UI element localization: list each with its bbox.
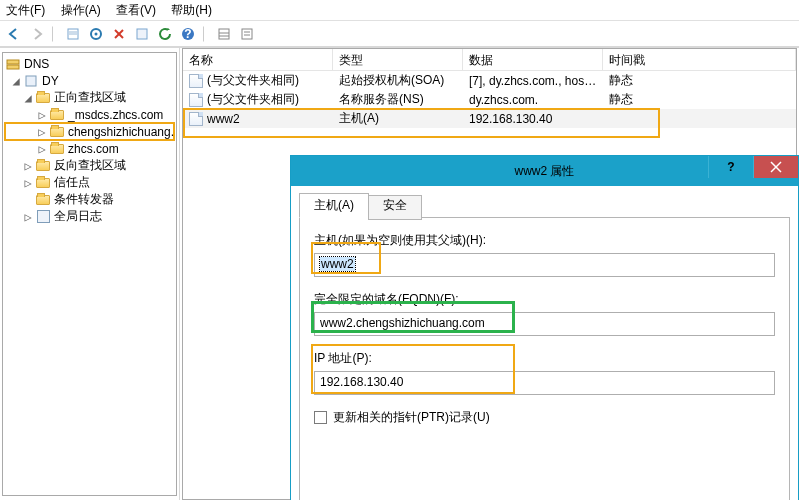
toolbar-sep2 [203,26,209,42]
highlight-marker [311,242,381,274]
col-type[interactable]: 类型 [333,49,463,70]
help-button[interactable]: ? [708,156,753,178]
dns-icon [5,56,21,72]
folder-icon [35,192,51,208]
log-icon [35,209,51,225]
folder-icon [35,90,51,106]
server-icon [23,73,39,89]
toggle-icon[interactable]: ▷ [21,159,35,173]
properties-dialog: www2 属性 ? 主机(A) 安全 主机(如果为空则使用其父域)(H): ww… [290,155,799,500]
highlight-marker [311,301,515,333]
record-icon [189,74,203,88]
detail-button[interactable] [237,24,257,44]
props-button[interactable] [132,24,152,44]
record-icon [189,93,203,107]
tree-msdcs[interactable]: ▷_msdcs.zhcs.com [5,106,174,123]
svg-rect-7 [137,29,147,39]
grid-header: 名称 类型 数据 时间戳 [183,49,796,71]
col-data[interactable]: 数据 [463,49,603,70]
checkbox-icon[interactable] [314,411,327,424]
highlight-marker [183,108,660,138]
tree-csz[interactable]: ▷chengshizhichuang. [5,123,174,140]
toggle-icon[interactable]: ▷ [35,108,49,122]
forward-button [27,24,47,44]
tree-trust[interactable]: ▷信任点 [5,174,174,191]
toggle-icon[interactable]: ▷ [35,125,49,139]
tree-zhcs[interactable]: ▷zhcs.com [5,140,174,157]
toggle-icon[interactable]: ▷ [35,142,49,156]
table-row[interactable]: (与父文件夹相同) 名称服务器(NS) dy.zhcs.com. 静态 [183,90,796,109]
delete-button[interactable] [109,24,129,44]
col-ts[interactable]: 时间戳 [603,49,796,70]
menu-help[interactable]: 帮助(H) [171,3,212,17]
list-button[interactable] [214,24,234,44]
tree-fwd-zone[interactable]: ◢正向查找区域 [5,89,174,106]
new-button[interactable] [63,24,83,44]
svg-point-4 [95,32,98,35]
svg-text:?: ? [184,27,191,41]
highlight-marker [311,344,515,394]
tree-panel: DNS ◢DY ◢正向查找区域 ▷_msdcs.zhcs.com ▷chengs… [0,48,180,500]
svg-rect-13 [242,29,252,39]
svg-rect-18 [26,76,36,86]
col-name[interactable]: 名称 [183,49,333,70]
menu-bar: 文件(F) 操作(A) 查看(V) 帮助(H) [0,0,799,20]
tab-security[interactable]: 安全 [368,195,422,220]
toggle-icon[interactable]: ▷ [21,210,35,224]
folder-icon [35,175,51,191]
table-row[interactable]: (与父文件夹相同) 起始授权机构(SOA) [7], dy.zhcs.com.,… [183,71,796,90]
toggle-icon[interactable]: ▷ [21,176,35,190]
tree-cond[interactable]: 条件转发器 [5,191,174,208]
svg-rect-10 [219,29,229,39]
close-button[interactable] [753,156,798,178]
ptr-checkbox-row[interactable]: 更新相关的指针(PTR)记录(U) [314,409,775,426]
refresh-button[interactable] [155,24,175,44]
tree-root-dns[interactable]: DNS [5,55,174,72]
tree-glog[interactable]: ▷全局日志 [5,208,174,225]
help-button[interactable]: ? [178,24,198,44]
filter-button[interactable] [86,24,106,44]
folder-icon [49,107,65,123]
toggle-icon[interactable]: ◢ [9,74,23,88]
toggle-icon[interactable]: ◢ [21,91,35,105]
svg-rect-16 [7,60,19,64]
toolbar-sep [52,26,58,42]
menu-action[interactable]: 操作(A) [61,3,101,17]
tree-server[interactable]: ◢DY [5,72,174,89]
menu-file[interactable]: 文件(F) [6,3,45,17]
svg-rect-17 [7,65,19,69]
tree-rev-zone[interactable]: ▷反向查找区域 [5,157,174,174]
folder-icon [49,141,65,157]
folder-icon [35,158,51,174]
tab-bar: 主机(A) 安全 [299,193,790,218]
dialog-titlebar[interactable]: www2 属性 ? [291,156,798,186]
tab-host[interactable]: 主机(A) [299,193,369,218]
toolbar: ? [0,21,799,47]
back-button[interactable] [4,24,24,44]
host-input[interactable]: www2 [314,253,775,277]
host-label: 主机(如果为空则使用其父域)(H): [314,232,775,249]
ptr-label: 更新相关的指针(PTR)记录(U) [333,409,490,426]
folder-icon [49,124,65,140]
menu-view[interactable]: 查看(V) [116,3,156,17]
